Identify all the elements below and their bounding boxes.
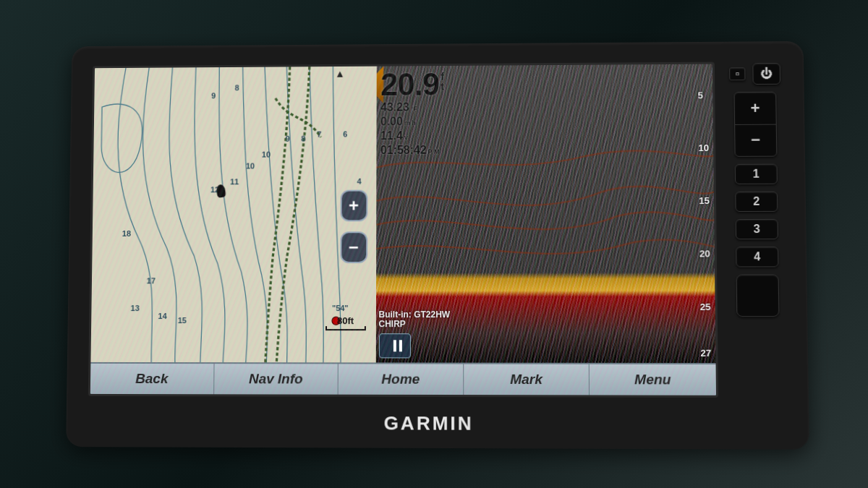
hw-button-2[interactable]: 2	[735, 191, 778, 211]
depth-value: 20.9	[380, 69, 439, 100]
transducer-label: Built-in: GT22HW CHIRP	[378, 309, 450, 329]
svg-text:8: 8	[235, 83, 239, 92]
hw-zoom-in[interactable]: +	[735, 92, 776, 124]
svg-text:14: 14	[158, 312, 167, 320]
hw-power-button[interactable]: ⏻	[752, 62, 780, 84]
map-scale: 80ft	[326, 315, 366, 330]
softkey-home[interactable]: Home	[339, 364, 464, 395]
hw-button-3[interactable]: 3	[736, 218, 778, 239]
svg-text:18: 18	[122, 228, 131, 237]
time-value: 01:58:42	[380, 142, 427, 157]
north-indicator: ▲	[335, 67, 345, 79]
svg-text:17: 17	[147, 276, 156, 285]
svg-text:9: 9	[286, 134, 290, 142]
sonar-pause-button[interactable]	[378, 333, 410, 358]
hw-zoom-rocker[interactable]: + −	[734, 91, 778, 156]
softkey-bar: Back Nav Info Home Mark Menu	[90, 361, 716, 395]
temp-value: 43.23	[380, 100, 409, 114]
svg-text:4: 4	[357, 176, 362, 185]
data-overlay: 20.9 f t 43.23°F 0.00m h 11.4v 01:58:42P…	[380, 68, 443, 157]
softkey-back[interactable]: Back	[90, 363, 214, 393]
svg-text:10: 10	[262, 150, 271, 158]
softkey-navinfo[interactable]: Nav Info	[214, 364, 339, 395]
screen: 18 17 13 14 15 12 11 10 10 9 8 7 9 8	[90, 64, 716, 395]
hw-select-pad[interactable]	[736, 274, 780, 317]
map-zoom-out-button[interactable]: −	[340, 231, 367, 263]
map-scale-label: 80ft	[337, 315, 354, 326]
device-chassis: 18 17 13 14 15 12 11 10 10 9 8 7 9 8	[66, 40, 809, 449]
hardware-button-panel: ▫ ⏻ + − 1 2 3 4	[728, 61, 786, 397]
softkey-menu[interactable]: Menu	[590, 364, 716, 395]
softkey-mark[interactable]: Mark	[464, 364, 590, 395]
brand-logo: GARMIN	[383, 412, 473, 435]
chart-pane[interactable]: 18 17 13 14 15 12 11 10 10 9 8 7 9 8	[90, 66, 376, 362]
voltage-value: 11.4	[380, 129, 403, 143]
hw-zoom-out[interactable]: −	[735, 124, 776, 156]
speed-value: 0.00	[380, 114, 403, 129]
svg-text:13: 13	[131, 304, 140, 312]
svg-text:15: 15	[178, 315, 187, 324]
screen-bezel: 18 17 13 14 15 12 11 10 10 9 8 7 9 8	[88, 61, 718, 397]
svg-text:8: 8	[301, 134, 305, 142]
sonar-pane[interactable]: 20.9 f t 43.23°F 0.00m h 11.4v 01:58:42P…	[375, 64, 715, 362]
svg-text:"54": "54"	[332, 304, 349, 312]
svg-text:7: 7	[317, 129, 321, 138]
split-view: 18 17 13 14 15 12 11 10 10 9 8 7 9 8	[90, 64, 715, 362]
svg-text:11: 11	[230, 177, 239, 186]
svg-text:6: 6	[343, 129, 347, 138]
svg-text:9: 9	[211, 91, 216, 100]
map-zoom-in-button[interactable]: +	[340, 189, 367, 221]
hw-backlight-button[interactable]: ▫	[729, 67, 745, 80]
hw-button-4[interactable]: 4	[736, 247, 778, 267]
svg-text:10: 10	[246, 161, 255, 170]
hw-button-1[interactable]: 1	[735, 163, 778, 184]
